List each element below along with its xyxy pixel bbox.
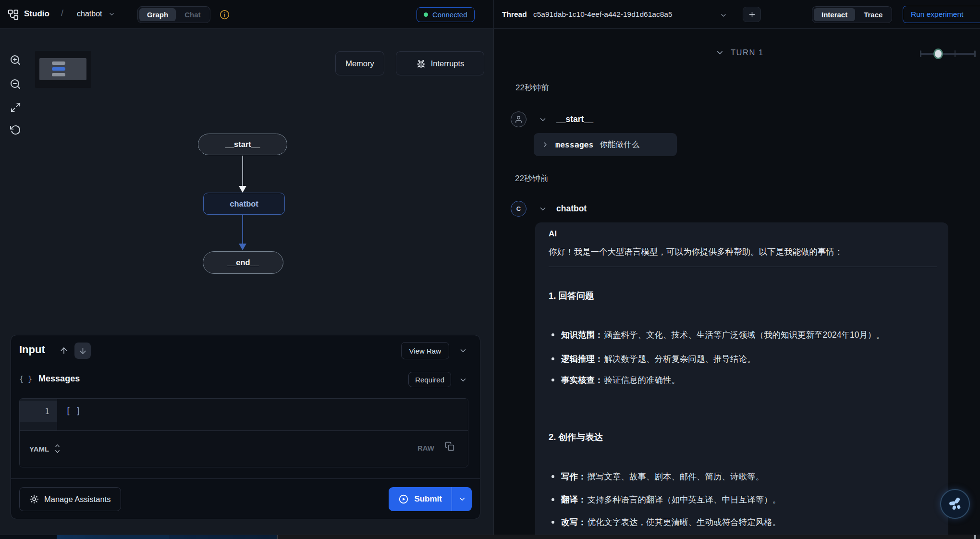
message-value: 你能做什么 xyxy=(600,139,639,150)
line-number: 1 xyxy=(20,401,57,422)
input-panel-title: Input xyxy=(19,343,45,356)
turn-slider[interactable] xyxy=(920,53,976,55)
zoom-out-button[interactable] xyxy=(9,77,22,91)
bullet-label: 改写： xyxy=(561,517,587,527)
required-badge: Required xyxy=(408,372,451,387)
bullet-text: 涵盖科学、文化、技术、生活等广泛领域（我的知识更新至2024年10月）。 xyxy=(604,330,884,340)
language-select-value: YAML xyxy=(29,445,49,453)
studio-logo-icon xyxy=(8,9,19,20)
event-timestamp: 22秒钟前 xyxy=(515,173,549,184)
new-thread-button[interactable] xyxy=(743,7,761,22)
ai-role-label: AI xyxy=(549,229,557,239)
mode-tab-group: Interact Trace xyxy=(812,6,892,23)
breadcrumb-separator: / xyxy=(61,8,63,18)
interrupts-button-label: Interrupts xyxy=(431,59,465,68)
bullet-label: 知识范围： xyxy=(561,330,603,340)
event-timestamp: 22秒钟前 xyxy=(515,82,549,93)
thread-id[interactable]: c5a91dab-1c10-4eef-a442-19d1d61ac8a5 xyxy=(533,10,673,19)
run-experiment-button[interactable]: Run experiment xyxy=(903,6,980,23)
code-line[interactable]: [ ] xyxy=(66,401,81,422)
ai-bullet-item: 改写：优化文字表达，使其更清晰、生动或符合特定风格。 xyxy=(551,516,936,528)
slider-tick xyxy=(955,50,956,57)
taskbar-segment xyxy=(57,535,113,539)
submit-button[interactable]: Submit xyxy=(389,487,452,511)
bullet-label: 写作： xyxy=(561,472,587,481)
gear-icon xyxy=(29,494,39,504)
event-node-name[interactable]: chatbot xyxy=(556,204,587,214)
messages-field-label: Messages xyxy=(38,374,80,384)
taskbar-divider xyxy=(277,535,278,539)
message-state-pill[interactable]: messages 你能做什么 xyxy=(534,133,677,156)
messages-collapse-chevron-icon[interactable] xyxy=(459,376,467,384)
interrupts-button[interactable]: Interrupts xyxy=(396,51,484,75)
event-node-name[interactable]: __start__ xyxy=(556,114,593,124)
submit-button-group: Submit xyxy=(389,487,472,511)
connection-status-label: Connected xyxy=(432,11,467,19)
ai-bullet-item: 事实核查：验证信息的准确性。 xyxy=(551,374,936,386)
tab-chat[interactable]: Chat xyxy=(177,8,208,21)
turn-chevron-down-icon[interactable] xyxy=(715,48,724,57)
language-select[interactable]: YAML xyxy=(29,443,61,454)
slider-handle[interactable] xyxy=(933,49,943,59)
message-key: messages xyxy=(555,140,593,149)
bug-icon xyxy=(416,59,426,69)
langgraph-logo-button[interactable] xyxy=(940,489,970,519)
thread-chevron-down-icon[interactable] xyxy=(720,12,727,19)
bullet-text: 优化文字表达，使其更清晰、生动或符合特定风格。 xyxy=(588,517,781,527)
graph-node-chatbot[interactable]: chatbot xyxy=(203,193,285,215)
editor-footer: YAML RAW xyxy=(20,430,468,467)
tab-graph[interactable]: Graph xyxy=(139,8,176,21)
memory-button[interactable]: Memory xyxy=(335,51,384,75)
turn-header: TURN 1 xyxy=(494,46,980,61)
taskbar-segment xyxy=(169,535,278,539)
tab-interact[interactable]: Interact xyxy=(814,8,855,21)
connected-dot-icon xyxy=(424,12,428,17)
chatbot-avatar: C xyxy=(511,201,527,217)
view-raw-button[interactable]: View Raw xyxy=(401,342,449,359)
collapse-up-button[interactable] xyxy=(59,346,69,355)
graph-canvas[interactable]: Memory Interrupts __start__ chatbot __en… xyxy=(0,29,493,539)
ai-bullet-item: 翻译：支持多种语言的翻译（如中英互译、中日互译等）。 xyxy=(551,494,936,505)
graph-node-start[interactable]: __start__ xyxy=(198,134,287,155)
bullet-label: 事实核查： xyxy=(561,375,603,385)
manage-assistants-button[interactable]: Manage Assistants xyxy=(19,487,121,511)
user-avatar xyxy=(511,111,527,127)
top-bar: Studio / chatbot Graph Chat Connected Th… xyxy=(0,0,980,29)
ai-intro-text: 你好！我是一个大型语言模型，可以为你提供多种帮助。以下是我能做的事情： xyxy=(549,246,933,257)
ai-bullet-item: 写作：撰写文章、故事、剧本、邮件、简历、诗歌等。 xyxy=(551,471,936,482)
thread-panel: TURN 1 22秒钟前 __start__ messages 你能做什么 22… xyxy=(493,29,980,539)
copy-icon[interactable] xyxy=(445,441,454,451)
event-collapse-chevron-icon[interactable] xyxy=(539,115,547,124)
fit-view-button[interactable] xyxy=(9,100,22,114)
bullet-label: 翻译： xyxy=(561,495,587,504)
slider-end-cap xyxy=(974,50,976,57)
bullet-dot-icon xyxy=(551,379,554,381)
thread-label: Thread xyxy=(502,10,527,19)
collapse-down-button[interactable] xyxy=(74,343,91,359)
slider-start-cap xyxy=(920,50,921,57)
event-collapse-chevron-icon[interactable] xyxy=(539,205,547,213)
object-braces-icon: { } xyxy=(19,375,32,383)
connection-status-badge[interactable]: Connected xyxy=(416,7,475,22)
chevron-down-icon xyxy=(108,11,115,18)
taskbar-segment xyxy=(0,535,57,539)
minimap-node-start xyxy=(52,61,65,65)
ai-bullet-item: 知识范围：涵盖科学、文化、技术、生活等广泛领域（我的知识更新至2024年10月）… xyxy=(551,329,936,341)
sort-chevrons-icon xyxy=(54,443,61,454)
submit-button-label: Submit xyxy=(414,494,442,504)
info-icon[interactable] xyxy=(220,10,230,20)
zoom-in-button[interactable] xyxy=(9,53,22,67)
graph-selector[interactable]: chatbot xyxy=(77,10,115,18)
graph-minimap[interactable] xyxy=(35,51,91,88)
tab-trace[interactable]: Trace xyxy=(856,8,890,21)
graph-node-end[interactable]: __end__ xyxy=(203,251,283,274)
raw-label: RAW xyxy=(417,444,434,452)
view-raw-chevron-icon[interactable] xyxy=(459,346,467,355)
submit-options-chevron-button[interactable] xyxy=(452,487,472,511)
bullet-text: 解决数学题、分析复杂问题、推导结论。 xyxy=(604,354,756,364)
reset-view-button[interactable] xyxy=(9,123,22,136)
app-title: Studio xyxy=(24,9,49,19)
code-area[interactable]: 1 [ ] xyxy=(20,399,468,430)
minimap-node-chatbot xyxy=(52,67,65,71)
bullet-label: 逻辑推理： xyxy=(561,354,603,364)
